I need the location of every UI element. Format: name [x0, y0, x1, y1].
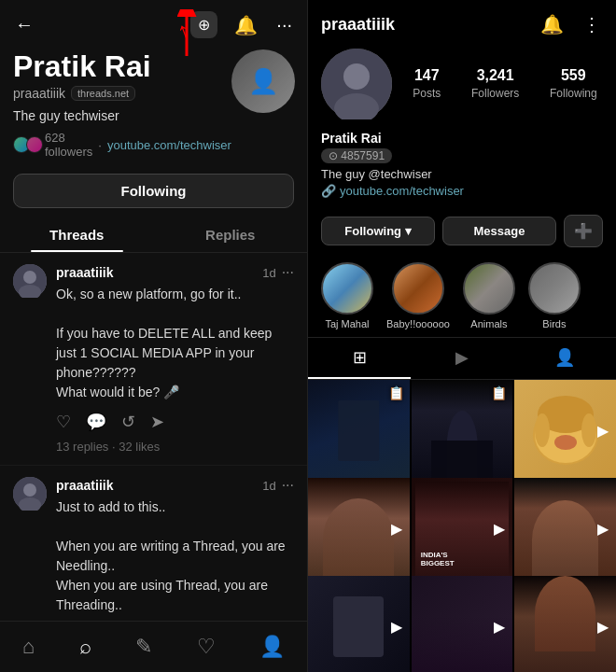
play-icon-6: ▶: [597, 520, 609, 538]
post-username-1: praaatiiik: [56, 265, 113, 280]
left-profile-info: Pratik Rai praaatiiik threads.net The gu…: [13, 49, 231, 159]
nav-compose[interactable]: ✎: [126, 631, 161, 663]
post-stats-1: 13 replies · 32 likes: [56, 440, 294, 454]
svg-point-9: [343, 63, 370, 90]
ig-highlights: Taj Mahal Baby!!oooooo Animals Birds: [308, 255, 616, 337]
ig-tab-grid[interactable]: ⊞: [308, 338, 411, 379]
highlight-label-baby: Baby!!oooooo: [386, 318, 450, 329]
post-avatar-2: [13, 477, 47, 511]
grid-item-5[interactable]: INDIA'SBIGGEST ▶: [412, 478, 513, 580]
post-text-2: Just to add to this..When you are writin…: [56, 497, 294, 615]
header-icons: ⊕ 🔔 ···: [190, 11, 294, 38]
grid-item-2[interactable]: 📋: [412, 380, 513, 482]
ig-followers-stat: 3,241 Followers: [471, 67, 519, 101]
link-text: youtube.com/techwiser: [340, 184, 464, 198]
followers-row: 628 followers · youtube.com/techwiser: [13, 131, 231, 159]
ig-following-stat: 559 Following: [550, 67, 597, 101]
tabs-row: Threads Replies: [0, 217, 307, 253]
nav-likes[interactable]: ♡: [188, 631, 225, 663]
ig-add-button[interactable]: ➕: [564, 215, 603, 247]
video-icon-2: 📋: [491, 385, 507, 400]
play-icon-5: ▶: [494, 520, 505, 538]
tab-replies[interactable]: Replies: [154, 217, 308, 252]
ig-bio: The guy @techwiser: [321, 167, 603, 181]
highlight-birds[interactable]: Birds: [528, 262, 581, 329]
post-time-1: 1d: [262, 266, 275, 280]
tab-threads[interactable]: Threads: [0, 217, 154, 252]
ig-verified-id: ⊙ 4857591: [321, 148, 392, 163]
repost-icon-1[interactable]: ↺: [121, 412, 135, 432]
post-item-2: praaatiiik 1d ··· Just to add to this..W…: [0, 466, 307, 621]
post-content-2: praaatiiik 1d ··· Just to add to this..W…: [56, 477, 294, 621]
grid-item-4[interactable]: ▶: [308, 478, 410, 580]
following-button-left[interactable]: Following: [13, 174, 294, 208]
highlight-baby[interactable]: Baby!!oooooo: [386, 262, 450, 329]
follower-avatars: [13, 136, 39, 153]
ig-following-count: 559: [550, 67, 597, 84]
ig-following-button[interactable]: Following ▾: [321, 217, 435, 245]
grid-item-8[interactable]: ▶: [412, 576, 513, 672]
highlight-circle-animals: [463, 262, 515, 315]
more-icon[interactable]: ···: [274, 12, 294, 37]
post-avatar-1: [13, 264, 47, 298]
ig-profile-link[interactable]: 🔗 youtube.com/techwiser: [321, 184, 603, 198]
svg-point-17: [535, 413, 550, 447]
ig-tab-tagged[interactable]: 👤: [513, 338, 616, 379]
highlight-animals[interactable]: Animals: [463, 262, 515, 329]
ig-tab-reels[interactable]: ▶: [411, 338, 513, 379]
ig-followers-count: 3,241: [471, 67, 519, 84]
ig-stats: 147 Posts 3,241 Followers 559 Following: [407, 67, 603, 101]
svg-point-3: [23, 271, 36, 284]
post-username-2: praaatiiik: [56, 478, 113, 493]
bottom-nav: ⌂ ⌕ ✎ ♡ 👤: [0, 621, 307, 672]
threads-badge: threads.net: [71, 86, 135, 101]
back-button[interactable]: ←: [13, 12, 35, 37]
ig-action-buttons: Following ▾ Message ➕: [308, 207, 616, 255]
nav-home[interactable]: ⌂: [13, 631, 44, 663]
nav-profile[interactable]: 👤: [250, 631, 294, 663]
nav-search[interactable]: ⌕: [70, 631, 101, 663]
ig-posts-stat: 147 Posts: [413, 67, 441, 101]
highlight-label-animals: Animals: [470, 318, 507, 329]
ig-username: praaatiiik: [321, 15, 395, 35]
post-meta-1: praaatiiik: [56, 265, 113, 280]
share-icon-1[interactable]: ➤: [150, 412, 164, 432]
followers-count: 628 followers: [45, 131, 92, 159]
ig-followers-label: Followers: [471, 87, 519, 100]
play-icon-3: ▶: [597, 422, 609, 440]
bio-text: The guy techwiser: [13, 108, 231, 123]
ig-header-icons: 🔔 ⋮: [539, 11, 603, 37]
ig-notifications-icon[interactable]: 🔔: [539, 11, 566, 37]
link-icon: 🔗: [321, 184, 336, 198]
post-more-2[interactable]: ···: [282, 477, 294, 494]
highlight-label-birds: Birds: [542, 318, 566, 329]
grid-item-6[interactable]: ▶: [514, 478, 616, 580]
post-more-1[interactable]: ···: [282, 264, 294, 281]
svg-point-15: [554, 435, 577, 450]
right-panel: praaatiiik 🔔 ⋮ 147 Posts 3,241 Followers…: [308, 0, 616, 672]
grid-item-9[interactable]: ▶: [514, 576, 616, 672]
threads-icon-btn[interactable]: ⊕: [190, 11, 217, 38]
posts-feed: praaatiiik 1d ··· Ok, so a new platform,…: [0, 253, 307, 621]
post-item: praaatiiik 1d ··· Ok, so a new platform,…: [0, 253, 307, 466]
ig-more-icon[interactable]: ⋮: [581, 11, 603, 37]
highlight-circle-baby: [392, 262, 444, 315]
ig-message-button[interactable]: Message: [442, 217, 556, 245]
ig-posts-count: 147: [413, 67, 441, 84]
post-text-1: Ok, so a new platform, go for it..If you…: [56, 285, 294, 402]
post-actions-1: ♡ 💬 ↺ ➤: [56, 412, 294, 432]
grid-item-7[interactable]: ▶: [308, 576, 410, 672]
follower-avatar-2: [26, 136, 43, 153]
like-icon-1[interactable]: ♡: [56, 412, 71, 432]
handle-row: praaatiiik threads.net: [13, 86, 231, 101]
ig-avatar: [321, 49, 392, 119]
profile-handle: praaatiiik: [13, 86, 65, 101]
profile-name: Pratik Rai: [13, 49, 231, 84]
grid-item-1[interactable]: 📋: [308, 380, 410, 482]
post-time-2: 1d: [262, 479, 275, 493]
left-profile-section: Pratik Rai praaatiiik threads.net The gu…: [0, 46, 307, 168]
comment-icon-1[interactable]: 💬: [86, 412, 106, 432]
notifications-icon[interactable]: 🔔: [232, 12, 259, 38]
highlight-taj-mahal[interactable]: Taj Mahal: [321, 262, 373, 329]
grid-item-3[interactable]: ▶: [514, 380, 616, 482]
